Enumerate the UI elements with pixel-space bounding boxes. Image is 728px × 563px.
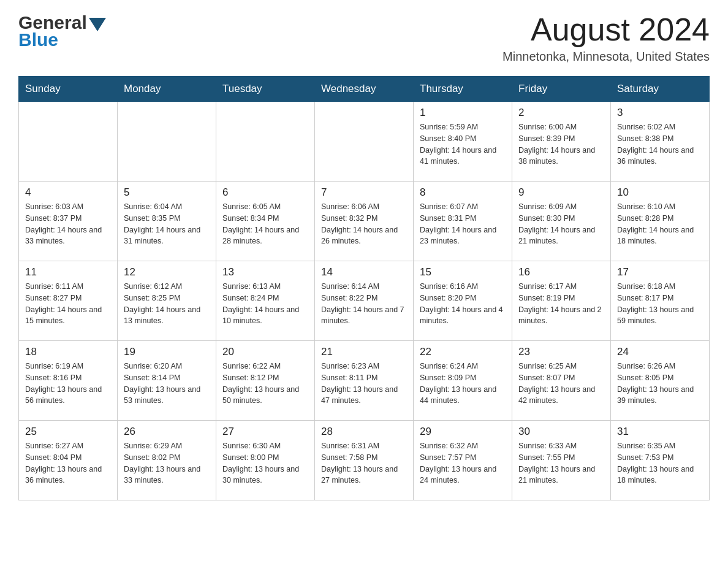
day-number: 1: [420, 107, 506, 119]
day-number: 11: [25, 266, 111, 278]
day-number: 26: [124, 426, 210, 438]
calendar-week-row: 4Sunrise: 6:03 AMSunset: 8:37 PMDaylight…: [19, 182, 710, 261]
calendar-cell: 28Sunrise: 6:31 AMSunset: 7:58 PMDayligh…: [315, 421, 414, 500]
calendar-week-row: 18Sunrise: 6:19 AMSunset: 8:16 PMDayligh…: [19, 341, 710, 421]
day-info: Sunrise: 6:20 AMSunset: 8:14 PMDaylight:…: [124, 361, 210, 407]
page-header: General Blue August 2024 Minnetonka, Min…: [18, 12, 710, 64]
day-info: Sunrise: 6:32 AMSunset: 7:57 PMDaylight:…: [420, 440, 506, 486]
logo: General Blue: [18, 12, 108, 50]
day-number: 19: [124, 346, 210, 358]
calendar-day-header: Friday: [512, 77, 611, 102]
day-info: Sunrise: 6:09 AMSunset: 8:30 PMDaylight:…: [518, 201, 604, 247]
calendar-day-header: Tuesday: [216, 77, 315, 102]
calendar-day-header: Thursday: [414, 77, 512, 102]
day-info: Sunrise: 6:05 AMSunset: 8:34 PMDaylight:…: [222, 201, 308, 247]
calendar-cell: 25Sunrise: 6:27 AMSunset: 8:04 PMDayligh…: [19, 421, 118, 500]
day-number: 28: [321, 426, 407, 438]
day-number: 9: [518, 186, 604, 199]
day-number: 13: [222, 266, 308, 278]
day-number: 29: [420, 426, 506, 438]
day-number: 25: [25, 426, 111, 438]
calendar-header-row: SundayMondayTuesdayWednesdayThursdayFrid…: [19, 77, 710, 102]
calendar-cell: 7Sunrise: 6:06 AMSunset: 8:32 PMDaylight…: [315, 182, 414, 261]
calendar-week-row: 1Sunrise: 5:59 AMSunset: 8:40 PMDaylight…: [19, 102, 710, 182]
calendar-cell: 3Sunrise: 6:02 AMSunset: 8:38 PMDaylight…: [611, 102, 710, 182]
calendar-cell: 13Sunrise: 6:13 AMSunset: 8:24 PMDayligh…: [216, 261, 315, 341]
month-year-title: August 2024: [502, 12, 710, 47]
day-info: Sunrise: 6:26 AMSunset: 8:05 PMDaylight:…: [617, 361, 703, 407]
day-number: 24: [617, 346, 703, 358]
day-number: 16: [518, 266, 604, 278]
calendar-table: SundayMondayTuesdayWednesdayThursdayFrid…: [18, 76, 710, 500]
day-number: 3: [617, 107, 703, 119]
day-info: Sunrise: 6:07 AMSunset: 8:31 PMDaylight:…: [420, 201, 506, 247]
calendar-day-header: Monday: [118, 77, 216, 102]
day-info: Sunrise: 6:17 AMSunset: 8:19 PMDaylight:…: [518, 281, 604, 327]
calendar-week-row: 25Sunrise: 6:27 AMSunset: 8:04 PMDayligh…: [19, 421, 710, 500]
day-info: Sunrise: 6:23 AMSunset: 8:11 PMDaylight:…: [321, 361, 407, 407]
calendar-cell: 22Sunrise: 6:24 AMSunset: 8:09 PMDayligh…: [414, 341, 512, 421]
calendar-day-header: Saturday: [611, 77, 710, 102]
logo-blue-text: Blue: [18, 29, 108, 50]
calendar-cell: 18Sunrise: 6:19 AMSunset: 8:16 PMDayligh…: [19, 341, 118, 421]
calendar-cell: 1Sunrise: 5:59 AMSunset: 8:40 PMDaylight…: [414, 102, 512, 182]
day-number: 17: [617, 266, 703, 278]
day-number: 23: [518, 346, 604, 358]
day-info: Sunrise: 6:14 AMSunset: 8:22 PMDaylight:…: [321, 281, 407, 327]
day-info: Sunrise: 6:11 AMSunset: 8:27 PMDaylight:…: [25, 281, 111, 327]
location-subtitle: Minnetonka, Minnesota, United States: [502, 50, 710, 64]
day-number: 6: [222, 186, 308, 199]
day-info: Sunrise: 6:25 AMSunset: 8:07 PMDaylight:…: [518, 361, 604, 407]
calendar-cell: [216, 102, 315, 182]
title-section: August 2024 Minnetonka, Minnesota, Unite…: [502, 12, 710, 64]
calendar-cell: 27Sunrise: 6:30 AMSunset: 8:00 PMDayligh…: [216, 421, 315, 500]
calendar-cell: 9Sunrise: 6:09 AMSunset: 8:30 PMDaylight…: [512, 182, 611, 261]
calendar-cell: 20Sunrise: 6:22 AMSunset: 8:12 PMDayligh…: [216, 341, 315, 421]
calendar-cell: 16Sunrise: 6:17 AMSunset: 8:19 PMDayligh…: [512, 261, 611, 341]
day-number: 31: [617, 426, 703, 438]
day-number: 18: [25, 346, 111, 358]
day-info: Sunrise: 6:12 AMSunset: 8:25 PMDaylight:…: [124, 281, 210, 327]
calendar-cell: 4Sunrise: 6:03 AMSunset: 8:37 PMDaylight…: [19, 182, 118, 261]
day-info: Sunrise: 6:10 AMSunset: 8:28 PMDaylight:…: [617, 201, 703, 247]
calendar-cell: [315, 102, 414, 182]
day-info: Sunrise: 6:27 AMSunset: 8:04 PMDaylight:…: [25, 440, 111, 486]
day-number: 4: [25, 186, 111, 199]
calendar-cell: 11Sunrise: 6:11 AMSunset: 8:27 PMDayligh…: [19, 261, 118, 341]
day-number: 21: [321, 346, 407, 358]
day-number: 2: [518, 107, 604, 119]
calendar-cell: 14Sunrise: 6:14 AMSunset: 8:22 PMDayligh…: [315, 261, 414, 341]
day-info: Sunrise: 6:03 AMSunset: 8:37 PMDaylight:…: [25, 201, 111, 247]
day-info: Sunrise: 6:04 AMSunset: 8:35 PMDaylight:…: [124, 201, 210, 247]
calendar-cell: 19Sunrise: 6:20 AMSunset: 8:14 PMDayligh…: [118, 341, 216, 421]
day-number: 27: [222, 426, 308, 438]
day-info: Sunrise: 6:33 AMSunset: 7:55 PMDaylight:…: [518, 440, 604, 486]
calendar-cell: 8Sunrise: 6:07 AMSunset: 8:31 PMDaylight…: [414, 182, 512, 261]
day-info: Sunrise: 6:24 AMSunset: 8:09 PMDaylight:…: [420, 361, 506, 407]
calendar-cell: [19, 102, 118, 182]
calendar-cell: 2Sunrise: 6:00 AMSunset: 8:39 PMDaylight…: [512, 102, 611, 182]
day-number: 30: [518, 426, 604, 438]
calendar-cell: 17Sunrise: 6:18 AMSunset: 8:17 PMDayligh…: [611, 261, 710, 341]
day-info: Sunrise: 6:06 AMSunset: 8:32 PMDaylight:…: [321, 201, 407, 247]
day-info: Sunrise: 6:02 AMSunset: 8:38 PMDaylight:…: [617, 121, 703, 167]
day-info: Sunrise: 6:19 AMSunset: 8:16 PMDaylight:…: [25, 361, 111, 407]
day-info: Sunrise: 6:00 AMSunset: 8:39 PMDaylight:…: [518, 121, 604, 167]
calendar-day-header: Sunday: [19, 77, 118, 102]
calendar-cell: 24Sunrise: 6:26 AMSunset: 8:05 PMDayligh…: [611, 341, 710, 421]
day-info: Sunrise: 6:22 AMSunset: 8:12 PMDaylight:…: [222, 361, 308, 407]
day-number: 5: [124, 186, 210, 199]
calendar-cell: 30Sunrise: 6:33 AMSunset: 7:55 PMDayligh…: [512, 421, 611, 500]
calendar-cell: 29Sunrise: 6:32 AMSunset: 7:57 PMDayligh…: [414, 421, 512, 500]
day-number: 12: [124, 266, 210, 278]
calendar-week-row: 11Sunrise: 6:11 AMSunset: 8:27 PMDayligh…: [19, 261, 710, 341]
day-info: Sunrise: 6:35 AMSunset: 7:53 PMDaylight:…: [617, 440, 703, 486]
calendar-cell: 5Sunrise: 6:04 AMSunset: 8:35 PMDaylight…: [118, 182, 216, 261]
day-info: Sunrise: 6:16 AMSunset: 8:20 PMDaylight:…: [420, 281, 506, 327]
day-number: 20: [222, 346, 308, 358]
calendar-day-header: Wednesday: [315, 77, 414, 102]
calendar-cell: 10Sunrise: 6:10 AMSunset: 8:28 PMDayligh…: [611, 182, 710, 261]
day-info: Sunrise: 5:59 AMSunset: 8:40 PMDaylight:…: [420, 121, 506, 167]
calendar-cell: 23Sunrise: 6:25 AMSunset: 8:07 PMDayligh…: [512, 341, 611, 421]
calendar-cell: 21Sunrise: 6:23 AMSunset: 8:11 PMDayligh…: [315, 341, 414, 421]
